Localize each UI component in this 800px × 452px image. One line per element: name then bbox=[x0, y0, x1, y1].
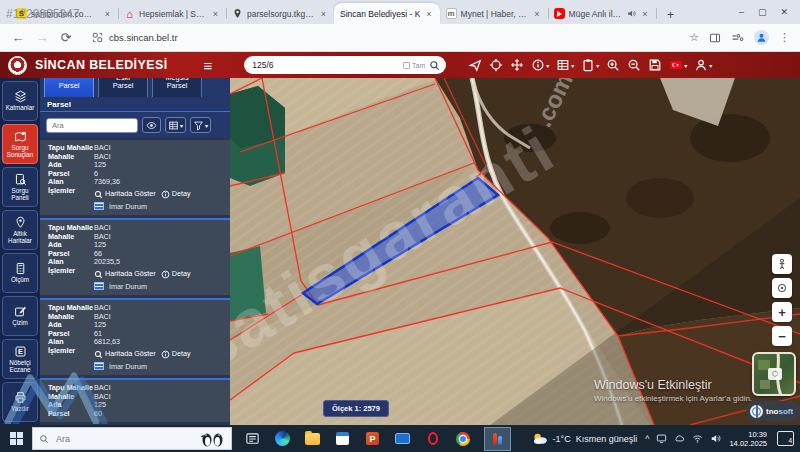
map-viewport[interactable]: satisgaranti .com Ölçek 1: 2579 Windows'… bbox=[230, 78, 800, 425]
tab-audio-icon[interactable] bbox=[627, 9, 636, 18]
map-zoom-out-button[interactable]: − bbox=[772, 326, 792, 346]
task-view-button[interactable] bbox=[244, 430, 261, 447]
forward-button[interactable]: → bbox=[34, 30, 50, 45]
opera-icon[interactable] bbox=[424, 430, 441, 447]
parcel-search-input[interactable] bbox=[250, 59, 399, 71]
file-explorer-icon[interactable] bbox=[304, 430, 321, 447]
filter-button[interactable]: ▾ bbox=[190, 117, 211, 133]
satellite-terrain bbox=[230, 78, 800, 425]
weather-widget[interactable]: -1°C Kısmen güneşli bbox=[532, 432, 638, 445]
tab-mynet[interactable]: m Mynet | Haber, Oyun × bbox=[440, 3, 548, 24]
panel-tab-eski-parsel[interactable]: EskiParsel bbox=[98, 78, 148, 97]
tab-youtube[interactable]: Müge Anlı ile Tat × bbox=[548, 3, 656, 24]
detail-link[interactable]: Detay bbox=[161, 270, 191, 279]
map-zoom-in-button[interactable]: + bbox=[772, 302, 792, 322]
laptop-app-icon[interactable] bbox=[394, 430, 411, 447]
ada-value: 125 bbox=[94, 161, 224, 170]
imar-durum-link[interactable]: İmar Durum bbox=[94, 362, 147, 371]
site-info-icon[interactable] bbox=[92, 32, 103, 43]
imar-durum-link[interactable]: İmar Durum bbox=[94, 202, 147, 211]
new-tab-button[interactable]: + bbox=[662, 6, 680, 24]
side-panel-icon[interactable] bbox=[709, 32, 721, 44]
office-icon[interactable]: P bbox=[364, 430, 381, 447]
sidebar-item-olcum[interactable]: Ölçüm bbox=[2, 253, 38, 293]
show-on-map-link[interactable]: Haritada Göster bbox=[94, 190, 156, 199]
show-on-map-link[interactable]: Haritada Göster bbox=[94, 350, 156, 359]
sidebar-item-yazdir[interactable]: Yazdır bbox=[2, 382, 38, 422]
streetview-pegman-button[interactable] bbox=[772, 254, 792, 274]
menu-icon[interactable]: ≡ bbox=[204, 57, 213, 74]
taskbar-search[interactable] bbox=[32, 427, 232, 450]
sidebar-item-sorgu-sonuclari[interactable]: Sorgu Sonuçları bbox=[2, 124, 38, 164]
back-button[interactable]: ← bbox=[10, 30, 26, 45]
table-dropdown-button[interactable]: ▾ bbox=[556, 58, 574, 72]
sidebar-item-cizim[interactable]: Çizim bbox=[2, 296, 38, 336]
sidebar-item-altlik-haritalar[interactable]: Altlık Haritalar bbox=[2, 210, 38, 250]
info-dropdown-button[interactable]: ▾ bbox=[531, 58, 549, 72]
tab-close-icon[interactable]: × bbox=[424, 9, 433, 19]
start-button[interactable] bbox=[0, 425, 32, 452]
detail-link[interactable]: Detay bbox=[161, 350, 191, 359]
search-icon[interactable] bbox=[429, 60, 440, 71]
tab-close-icon[interactable]: × bbox=[640, 9, 649, 19]
reload-button[interactable]: ⟳ bbox=[58, 30, 74, 45]
save-button[interactable] bbox=[648, 58, 662, 72]
locate-arrow-button[interactable] bbox=[468, 58, 482, 72]
extensions-icon[interactable] bbox=[731, 31, 744, 44]
minimap-toggle-icon[interactable]: ⬡ bbox=[768, 368, 782, 380]
table-view-button[interactable]: ▾ bbox=[165, 117, 186, 133]
sidebar-item-nobetci-eczane[interactable]: E Nöbetçi Eczane bbox=[2, 339, 38, 379]
zoom-out-button[interactable] bbox=[627, 58, 641, 72]
overview-minimap[interactable]: ⬡ bbox=[752, 352, 796, 396]
taskbar-clock[interactable]: 10:39 14.02.2025 bbox=[729, 430, 767, 448]
checkbox-icon[interactable] bbox=[403, 62, 410, 69]
show-on-map-link[interactable]: Haritada Göster bbox=[94, 270, 156, 279]
active-app-button[interactable] bbox=[484, 427, 511, 451]
sidebar-item-katmanlar[interactable]: Katmanlar bbox=[2, 81, 38, 121]
network-wifi-icon[interactable] bbox=[692, 433, 703, 444]
edge-icon[interactable] bbox=[274, 430, 291, 447]
tray-chevron-icon[interactable]: ^ bbox=[645, 434, 649, 444]
locate-me-button[interactable] bbox=[772, 278, 792, 298]
zoom-in-button[interactable] bbox=[606, 58, 620, 72]
language-flag-dropdown[interactable]: ▾ bbox=[669, 58, 687, 72]
volume-icon[interactable] bbox=[710, 433, 721, 444]
cloud-icon[interactable] bbox=[674, 433, 685, 444]
parcel-results-list[interactable]: Tapu MahalleBACI MahalleBACI Ada125 Pars… bbox=[40, 138, 230, 425]
tab-close-icon[interactable]: × bbox=[211, 9, 220, 19]
display-icon[interactable] bbox=[656, 433, 667, 444]
close-button[interactable]: ✕ bbox=[780, 7, 788, 17]
tam-checkbox[interactable]: Tam bbox=[403, 62, 425, 69]
calendar-icon[interactable] bbox=[334, 430, 351, 447]
tab-parselsorgu[interactable]: parselsorgu.tkgm.go × bbox=[226, 3, 334, 24]
panel-tab-megsis-parsel[interactable]: MegsisParsel bbox=[152, 78, 202, 97]
minimize-button[interactable]: – bbox=[739, 7, 744, 17]
browser-menu-icon[interactable]: ⋮ bbox=[779, 31, 790, 44]
bookmark-star-icon[interactable]: ☆ bbox=[689, 31, 699, 44]
address-bar[interactable]: cbs.sincan.bel.tr bbox=[82, 28, 681, 48]
tab-hepsiemlak[interactable]: ⌂ Hepsiemlak | Satılık × bbox=[118, 3, 226, 24]
pan-button[interactable] bbox=[510, 58, 524, 72]
tab-close-icon[interactable]: × bbox=[532, 9, 541, 19]
panel-search-input[interactable] bbox=[46, 118, 138, 133]
taskbar-search-input[interactable] bbox=[54, 433, 194, 445]
sidebar-item-sorgu-paneli[interactable]: Sorgu Paneli bbox=[2, 167, 38, 207]
notification-center-button[interactable]: 4 bbox=[777, 431, 794, 446]
visibility-button[interactable] bbox=[142, 117, 161, 133]
user-dropdown-button[interactable]: ▾ bbox=[694, 58, 712, 72]
tab-close-icon[interactable]: × bbox=[103, 9, 112, 19]
maximize-button[interactable]: ▢ bbox=[758, 7, 767, 17]
clipboard-dropdown-button[interactable]: ▾ bbox=[581, 58, 599, 72]
panel-tab-parsel[interactable]: Parsel bbox=[44, 78, 94, 97]
profile-avatar[interactable] bbox=[754, 30, 769, 45]
tab-sincan-belediyesi[interactable]: Sincan Belediyesi - K × bbox=[334, 3, 440, 24]
tab-sahibinden[interactable]: S sahibinden.com - Tü × bbox=[10, 3, 118, 24]
ada-value: 125 bbox=[94, 401, 224, 410]
tab-close-icon[interactable]: × bbox=[319, 9, 328, 19]
detail-link[interactable]: Detay bbox=[161, 190, 191, 199]
target-button[interactable] bbox=[489, 58, 503, 72]
chrome-icon[interactable] bbox=[454, 430, 471, 447]
parcel-search-box[interactable]: Tam bbox=[244, 56, 446, 74]
mahalle-value: BACI bbox=[94, 313, 224, 322]
imar-durum-link[interactable]: İmar Durum bbox=[94, 282, 147, 291]
